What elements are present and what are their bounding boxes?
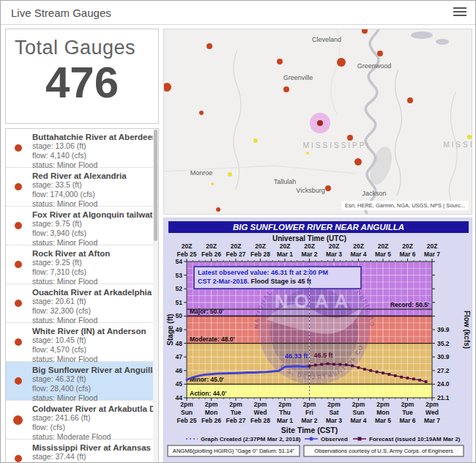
gauge-marker-red[interactable]	[283, 86, 289, 92]
forecast-point	[406, 377, 409, 379]
datum-text: ANGM6(plotting HGIRG) "Gage 0" Datum: 51…	[173, 448, 295, 454]
site-date-label: Mar 2	[301, 417, 317, 424]
gauge-marker-yellow[interactable]	[228, 172, 232, 177]
site-dow-label: Tue	[402, 409, 413, 416]
site-time-label: 2pm	[180, 401, 193, 408]
forecast-point	[338, 363, 341, 366]
site-date-label: Mar 1	[277, 417, 293, 424]
site-date-label: Feb 27	[226, 417, 246, 424]
gauge-flow: flow: (cfs)	[32, 423, 148, 432]
gauge-marker-red[interactable]	[377, 51, 383, 56]
flow-tick-label: 39.9	[437, 326, 450, 333]
gauge-list-item[interactable]: Ouachita River at Arkadelphiastage: 20.6…	[6, 284, 158, 323]
forecast-point	[412, 377, 415, 380]
gauge-flow: flow: 32,300 (cfs)	[32, 306, 148, 316]
site-dow-label: Sun	[181, 409, 193, 416]
gauge-marker-red[interactable]	[216, 207, 220, 212]
forecast-point	[387, 373, 390, 376]
forecast-point	[363, 368, 366, 371]
site-dow-label: Wed	[425, 409, 439, 416]
forecast-point	[351, 364, 354, 367]
gauge-name: White River (IN) at Anderson	[32, 327, 148, 336]
gauge-flow: flow: 4,140 (cfs)	[32, 151, 148, 160]
gauge-name: Red River at Alexandria	[32, 171, 148, 180]
stage-tick-label: 45	[176, 380, 183, 388]
flow-tick-label: 21.1	[437, 394, 450, 401]
forecast-point	[327, 363, 330, 366]
gauge-marker-yellow[interactable]	[253, 138, 258, 143]
site-time-label: 2pm	[303, 401, 316, 408]
site-time-label: 2pm	[425, 401, 439, 408]
gauge-marker-red[interactable]	[347, 135, 353, 141]
site-date-label: Mar 6	[399, 417, 415, 424]
utc-date-label: Feb 28	[250, 251, 270, 258]
gauge-marker-red[interactable]	[199, 111, 204, 115]
flood-line-label: Record: 50.5'	[390, 301, 429, 308]
list-scrollbar[interactable]	[153, 129, 158, 462]
gauge-marker-yellow[interactable]	[467, 135, 472, 139]
stage-tick-label: 52	[176, 285, 183, 292]
site-dow-label: Fri	[305, 409, 313, 416]
forecast-point	[320, 363, 323, 366]
gauge-stage: stage: 33.5 (ft)	[32, 180, 148, 190]
gauge-list-item[interactable]: Buttahatchie River at Aberdeenstage: 13.…	[6, 129, 158, 168]
gauge-flow: flow: 4,570 (cfs)	[32, 345, 148, 355]
utc-date-label: Feb 27	[226, 251, 246, 258]
gauge-marker-red[interactable]	[277, 59, 283, 64]
utc-tick-label: 20Z	[255, 242, 266, 250]
gauge-stage: stage: 13.06 (ft)	[32, 141, 148, 151]
legend-forecast: Forecast (issued 10:19AM Mar 2)	[369, 436, 461, 442]
gauge-list-item[interactable]: Mississippi River at Arkansas Citystage:…	[6, 440, 158, 463]
gauge-marker-yellow[interactable]	[306, 152, 309, 155]
forecast-point	[394, 374, 397, 377]
flood-status-dot	[15, 222, 22, 229]
gauge-marker-red[interactable]	[407, 97, 413, 103]
legend-observed-marker	[309, 437, 313, 440]
utc-tick-label: 20Z	[427, 242, 438, 250]
gauge-stage: stage: 9.25 (ft)	[32, 258, 148, 267]
utc-date-label: Mar 4	[350, 251, 366, 258]
gauge-list-item[interactable]: Coldwater River at Arkabutla Damstage: 2…	[6, 401, 158, 440]
map-panel[interactable]: ClevelandGreenwoodGreenvilleMonroeTallul…	[163, 29, 472, 215]
site-dow-label: Sun	[352, 409, 364, 416]
utc-date-label: Feb 25	[177, 251, 197, 258]
flood-line-label: Action: 44.0'	[190, 390, 226, 397]
stage-tick-label: 47	[176, 353, 183, 360]
gauge-list-item[interactable]: White River (IN) at Andersonstage: 10.45…	[6, 323, 158, 362]
gauge-marker-red[interactable]	[207, 43, 212, 49]
utc-date-label: Mar 2	[301, 251, 317, 258]
list-scrollbar-thumb[interactable]	[154, 130, 157, 241]
gauge-name: Big Sunflower River at Anguilla	[32, 366, 148, 374]
legend-created: Graph Created (2:37PM Mar 2, 2018)	[201, 436, 301, 442]
utc-tick-label: 20Z	[280, 242, 291, 250]
flow-tick-label: 35.2	[437, 340, 450, 347]
site-time-label: 2pm	[205, 401, 218, 408]
site-time-label: 2pm	[376, 401, 390, 408]
flood-line-label: Moderate: 48.0'	[190, 336, 235, 343]
top-axis-title: Universal Time (UTC)	[272, 234, 346, 242]
gauge-stage: stage: 10.45 (ft)	[32, 336, 148, 345]
forecast-point	[369, 369, 372, 372]
site-time-label: 2pm	[327, 401, 341, 408]
gauge-list-item[interactable]: Red River at Alexandriastage: 33.5 (ft)f…	[6, 168, 158, 207]
gauge-marker-yellow[interactable]	[211, 182, 214, 185]
forecast-point	[382, 371, 384, 374]
gauge-marker-red[interactable]	[354, 158, 362, 166]
hamburger-menu-icon[interactable]	[453, 7, 466, 18]
stage-tick-label: 54	[176, 258, 183, 265]
forecast-point	[332, 363, 335, 366]
selected-gauge-marker[interactable]	[317, 120, 323, 126]
bottom-axis-title: Site Time (CST)	[281, 426, 338, 434]
gauge-list-panel: Buttahatchie River at Aberdeenstage: 13.…	[5, 128, 159, 463]
utc-date-label: Mar 5	[375, 251, 391, 258]
gauge-list-item[interactable]: Big Sunflower River at Anguillastage: 46…	[6, 362, 158, 401]
gauge-marker-red[interactable]	[325, 185, 331, 191]
site-date-label: Mar 3	[326, 417, 342, 424]
gauge-flow: flow: 3,940 (cfs)	[32, 229, 148, 238]
site-date-label: Mar 5	[375, 417, 391, 424]
gauge-list-item[interactable]: Fox River at Algonquin tailwaterstage: 9…	[6, 207, 158, 245]
forecast-point	[314, 363, 317, 366]
gauge-marker-red[interactable]	[337, 58, 346, 67]
flood-status-dot	[15, 261, 22, 268]
gauge-list-item[interactable]: Rock River at Aftonstage: 9.25 (ft)flow:…	[6, 245, 158, 284]
